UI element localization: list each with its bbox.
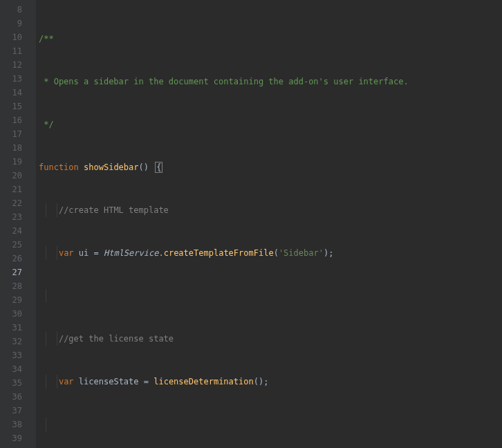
line-number: 12 [0,58,29,72]
code-line[interactable]: var ui = HtmlService.createTemplateFromF… [36,246,502,260]
line-number-gutter: 8910111213141516171819202122232425262728… [0,0,29,448]
doc-comment: /** [39,34,54,44]
line-number: 10 [0,30,29,44]
line-number: 38 [0,418,29,431]
method: licenseDetermination [154,377,254,386]
line-number: 9 [0,17,29,30]
comment: //create HTML template [59,205,169,215]
code-area[interactable]: /** * Opens a sidebar in the document co… [36,0,502,448]
line-number: 14 [0,86,29,100]
line-number: 34 [0,362,29,376]
code-line[interactable]: //create HTML template [36,203,502,217]
line-number: 30 [0,307,29,321]
method: createTemplateFromFile [164,248,274,258]
kw-var: var [59,248,74,258]
line-number: 28 [0,279,29,293]
code-line[interactable]: */ [36,118,502,131]
line-number: 36 [0,390,29,404]
doc-comment: * Opens a sidebar in the document contai… [39,77,409,86]
code-line[interactable]: //get the license state [36,332,502,346]
code-line[interactable]: function showSidebar() { [36,160,502,174]
line-number: 33 [0,348,29,362]
doc-comment: */ [39,120,54,129]
line-number: 23 [0,210,29,224]
line-number: 21 [0,183,29,196]
code-line[interactable]: var licenseState = licenseDetermination(… [36,375,502,389]
line-number: 31 [0,321,29,335]
line-number: 39 [0,431,29,445]
line-number: 11 [0,44,29,58]
line-number: 15 [0,100,29,113]
paren-open: ( [139,162,144,172]
line-number: 19 [0,155,29,169]
code-editor[interactable]: 8910111213141516171819202122232425262728… [0,0,502,448]
fold-column [29,0,36,448]
line-number: 27 [0,265,29,279]
function-name: showSidebar [84,162,138,172]
code-line[interactable] [36,289,502,303]
line-number: 22 [0,196,29,210]
code-line[interactable]: * Opens a sidebar in the document contai… [36,75,502,88]
kw-function: function [39,162,79,172]
line-number: 32 [0,335,29,348]
line-number: 17 [0,127,29,141]
line-number: 29 [0,293,29,307]
brace-open-box: { [155,162,162,173]
string: 'Sidebar' [279,248,324,258]
line-number: 24 [0,224,29,238]
var-ui: ui [79,248,89,258]
line-number: 16 [0,113,29,127]
line-number: 35 [0,376,29,390]
line-number: 37 [0,404,29,418]
var-licensestate: licenseState [79,377,139,386]
comment: //get the license state [59,334,174,344]
line-number: 8 [0,3,29,17]
code-line[interactable]: /** [36,32,502,46]
line-number: 18 [0,141,29,155]
type-htmlservice: HtmlService [104,248,158,258]
paren-close: ) [144,162,149,172]
line-number: 26 [0,252,29,265]
code-line[interactable] [36,418,502,431]
line-number: 20 [0,169,29,183]
line-number: 25 [0,238,29,252]
line-number: 13 [0,72,29,86]
